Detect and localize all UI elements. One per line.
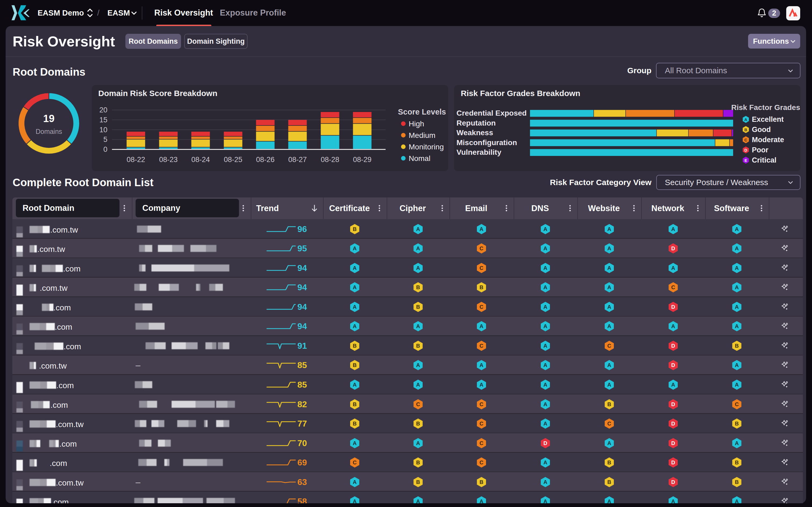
svg-text:Medium: Medium <box>409 131 436 139</box>
svg-text:08-24: 08-24 <box>191 156 210 164</box>
svg-text:Score Levels: Score Levels <box>398 108 446 116</box>
svg-text:08-25: 08-25 <box>224 156 242 164</box>
svg-text:Vulnerability: Vulnerability <box>456 148 501 156</box>
svg-text:Nomal: Nomal <box>409 154 430 163</box>
svg-text:08-22: 08-22 <box>126 156 145 164</box>
svg-text:08-29: 08-29 <box>353 156 371 164</box>
svg-text:Weakness: Weakness <box>456 128 493 137</box>
svg-text:08-28: 08-28 <box>321 156 339 164</box>
svg-text:Monitoring: Monitoring <box>409 143 444 151</box>
svg-text:08-23: 08-23 <box>159 156 177 164</box>
svg-text:15: 15 <box>99 116 107 124</box>
svg-text:08-27: 08-27 <box>288 156 307 164</box>
svg-text:5: 5 <box>103 135 107 144</box>
svg-text:20: 20 <box>99 106 107 114</box>
svg-text:0: 0 <box>103 146 107 154</box>
svg-text:Credential Exposed: Credential Exposed <box>456 109 526 117</box>
svg-text:Misconfiguration: Misconfiguration <box>456 138 517 147</box>
svg-text:High: High <box>409 120 424 128</box>
svg-text:Reputation: Reputation <box>456 119 496 127</box>
svg-text:10: 10 <box>99 126 107 134</box>
svg-text:08-26: 08-26 <box>256 156 274 164</box>
